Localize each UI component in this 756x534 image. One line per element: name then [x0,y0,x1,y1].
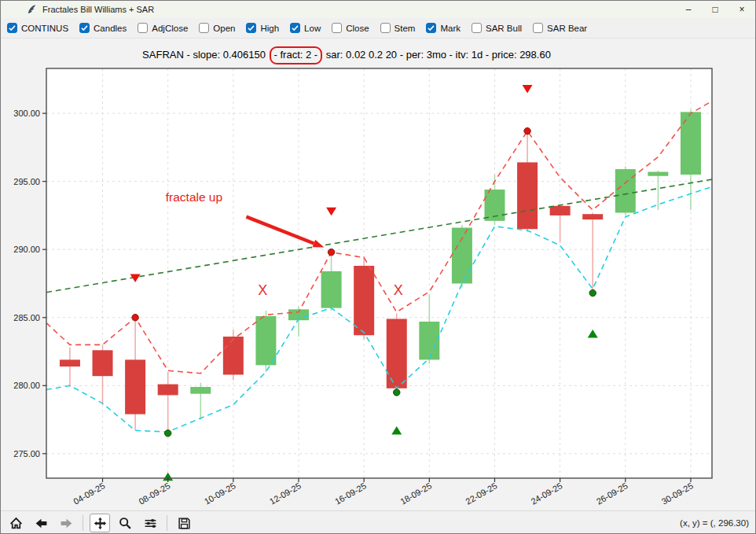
fractal-low-dot [589,289,596,296]
fractal-high-dot [328,249,334,255]
unchecked-checkbox-icon[interactable] [472,23,482,33]
title-bar: Fractales Bill Williams + SAR – □ × [1,1,755,18]
y-tick-label: 280.00 [13,381,40,390]
zoom-rect-button[interactable] [115,514,135,532]
checkbox-label: Open [213,24,235,33]
candle-body-up [452,228,472,284]
candle-body-down [60,359,80,366]
fractal-high-dot [132,315,138,321]
app-window: Fractales Bill Williams + SAR – □ × CONT… [0,0,756,534]
unchecked-checkbox-icon[interactable] [199,23,209,33]
checkbox-sar-bull[interactable]: SAR Bull [472,23,522,33]
checkbox-label: Mark [440,24,461,33]
checkbox-label: CONTINUS [21,24,68,33]
checkbox-label: High [260,24,279,33]
minimize-button[interactable]: – [675,1,702,18]
checkbox-adjclose[interactable]: AdjClose [138,23,188,33]
checkbox-label: Low [304,24,321,33]
save-floppy-icon [178,517,191,530]
chart-title: SAFRAN - slope: 0.406150 - fract: 2 - sa… [17,49,677,61]
checkbox-mark[interactable]: Mark [426,23,461,33]
back-arrow-icon [35,517,48,530]
fractale-up-annotation: fractale up [166,190,222,204]
checkbox-stem[interactable]: Stem [380,23,416,33]
forward-arrow-icon [60,517,73,530]
x-mark: X [394,282,403,298]
fractal-low-dot [394,389,400,396]
plot-area [46,68,712,478]
home-button[interactable] [6,514,26,532]
checkbox-low[interactable]: Low [290,23,321,33]
checked-checkbox-icon[interactable] [79,23,90,33]
unchecked-checkbox-icon[interactable] [138,23,148,33]
checkbox-close[interactable]: Close [332,23,369,33]
window-title: Fractales Bill Williams + SAR [42,5,154,14]
candle-body-down [223,337,244,374]
cursor-coordinates: (x, y) = (, 296.30) [680,518,749,528]
checkbox-continus[interactable]: CONTINUS [7,23,68,33]
candle-body-up [321,271,342,308]
chart-title-after: sar: 0.02 0.2 20 - per: 3mo - itv: 1d - … [323,49,551,61]
checked-checkbox-icon[interactable] [246,23,256,33]
y-tick-label: 290.00 [13,245,40,254]
candle-body-up [255,316,276,365]
candle-body-down [517,162,538,229]
toolbar-separator [83,515,83,531]
y-tick-label: 285.00 [13,313,40,322]
checkbox-label: Close [346,24,369,33]
forward-button[interactable] [56,514,76,532]
figure-canvas[interactable]: SAFRAN - slope: 0.406150 - fract: 2 - sa… [1,39,756,510]
checkbox-candles[interactable]: Candles [79,23,127,33]
checkbox-open[interactable]: Open [199,23,235,33]
pan-move-icon [94,517,107,530]
candle-body-down [93,350,113,376]
checked-checkbox-icon[interactable] [426,23,436,33]
nav-toolbar: (x, y) = (, 296.30) [1,510,755,534]
checkbox-label: Candles [94,24,127,33]
unchecked-checkbox-icon[interactable] [533,23,543,33]
checkbox-label: Stem [395,24,416,33]
candle-body-down [582,214,603,219]
fractal-low-dot [164,430,171,436]
y-tick-label: 300.00 [13,109,40,118]
pan-button[interactable] [90,514,110,532]
candle-body-up [648,172,668,176]
y-tick-label: 275.00 [13,449,40,459]
checkbox-label: SAR Bull [486,24,522,33]
candle-body-up [681,112,701,175]
close-button[interactable]: × [728,1,755,18]
magnifier-icon [119,517,132,530]
chart-svg[interactable]: XXfractale up275.00280.00285.00290.00295… [1,39,756,510]
candle-body-down [125,359,145,414]
checked-checkbox-icon[interactable] [7,23,17,33]
sliders-icon [144,517,157,530]
toolbar-separator [167,515,167,531]
back-button[interactable] [31,514,51,532]
candle-body-down [550,206,571,215]
fractal-high-dot [524,127,530,134]
checked-checkbox-icon[interactable] [290,23,300,33]
checkbox-label: AdjClose [152,24,188,33]
x-mark: X [258,282,267,298]
chart-title-before: SAFRAN - slope: 0.406150 [142,49,268,61]
maximize-button[interactable]: □ [702,1,728,18]
y-tick-label: 295.00 [13,177,40,186]
home-icon [9,517,23,530]
candle-body-down [354,266,374,335]
candle-body-down [158,385,178,396]
options-checkbox-row: CONTINUSCandlesAdjCloseOpenHighLowCloseS… [1,18,755,39]
feather-app-icon [27,4,37,15]
configure-subplots-button[interactable] [140,514,160,532]
candle-body-down [387,319,407,388]
save-figure-button[interactable] [174,514,194,532]
fract-highlight-box: - fract: 2 - [270,46,323,64]
unchecked-checkbox-icon[interactable] [332,23,342,33]
candle-body-up [190,387,211,394]
checkbox-label: SAR Bear [547,24,587,33]
unchecked-checkbox-icon[interactable] [380,23,391,33]
candle-body-up [615,169,636,212]
checkbox-sar-bear[interactable]: SAR Bear [533,23,587,33]
checkbox-high[interactable]: High [246,23,279,33]
